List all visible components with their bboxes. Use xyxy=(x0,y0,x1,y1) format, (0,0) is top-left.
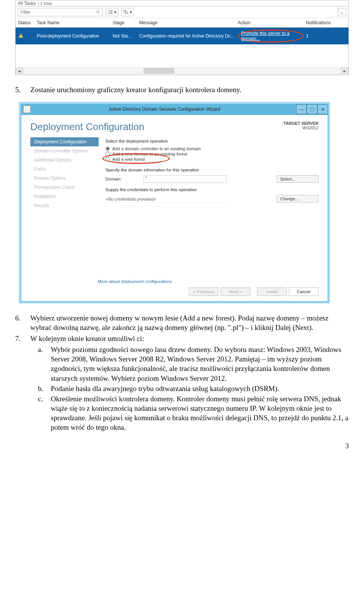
nav-step-additional: Additional Options xyxy=(30,155,99,165)
nav-step-results: Results xyxy=(30,201,99,210)
panel-title: All Tasks xyxy=(18,1,36,6)
table-row[interactable]: Post-deployment Configuration Not Sta...… xyxy=(16,28,348,44)
svg-rect-3 xyxy=(110,10,113,11)
col-message[interactable]: Message xyxy=(139,19,238,26)
list-item-7c: c. Określenie możliwości kontrolera dome… xyxy=(38,394,349,432)
list-text: Określenie możliwości kontrolera domeny.… xyxy=(51,394,349,432)
annotation-oval: Promote this server to a domain... xyxy=(238,30,304,42)
cell-action[interactable]: Promote this server to a domain... xyxy=(238,29,306,43)
nav-step-install: Installation xyxy=(30,192,99,201)
table-header: Status Task Name Stage Message Action No… xyxy=(16,18,348,28)
wizard-window: Active Directory Domain Services Configu… xyxy=(19,102,330,303)
list-text: Podanie hasła dla awaryjnego trybu odtwa… xyxy=(51,384,279,393)
col-task-name[interactable]: Task Name xyxy=(37,19,113,26)
filter-box[interactable] xyxy=(18,8,103,16)
page-number: 3 xyxy=(15,442,349,450)
radio-add-controller[interactable]: Add a domain controller to an existing d… xyxy=(105,146,318,151)
target-server-label: TARGET SERVER WS2012 xyxy=(284,121,319,130)
panel-toolbar: ▾ ▾ ⌄ xyxy=(16,6,348,18)
radio-add-domain[interactable]: Add a new domain to an existing forest xyxy=(105,152,318,156)
svg-point-6 xyxy=(108,13,109,14)
previous-button[interactable]: < Previous xyxy=(189,287,218,296)
list-item-5: 5. Zostanie uruchomiony graficzny kreato… xyxy=(15,85,349,94)
cell-notifications: 1 xyxy=(306,33,346,39)
scroll-track[interactable] xyxy=(23,68,341,75)
next-button[interactable]: Next > xyxy=(221,287,250,296)
list-number: 6. xyxy=(15,313,30,332)
tag-view-button[interactable]: ▾ xyxy=(121,8,134,16)
list-number: c. xyxy=(38,394,51,432)
select-operation-label: Select the deployment operation xyxy=(105,139,318,143)
list-item-7: 7. W kolejnym oknie kreator umożliwi ci: xyxy=(15,334,349,343)
svg-point-2 xyxy=(108,10,109,11)
wizard-content: Select the deployment operation Add a do… xyxy=(99,137,318,274)
search-icon[interactable] xyxy=(94,10,102,14)
chevron-down-icon: ▾ xyxy=(130,9,132,15)
list-number: b. xyxy=(38,384,51,393)
list-item-7a: a. Wybór poziomu zgodności nowego lasu d… xyxy=(38,345,349,383)
radio-icon xyxy=(105,157,110,162)
list-number: a. xyxy=(38,345,51,383)
list-icon xyxy=(108,10,113,14)
select-button[interactable]: Select... xyxy=(277,175,318,183)
nav-step-dc-options: Domain Controller Options xyxy=(30,146,99,155)
maximize-button[interactable]: ▢ xyxy=(307,104,317,114)
scroll-right-button[interactable]: ► xyxy=(341,68,348,75)
wizard-heading: Deployment Configuration xyxy=(30,121,284,133)
maximize-icon: ▢ xyxy=(310,107,314,112)
nav-step-deployment[interactable]: Deployment Configuration xyxy=(30,137,99,146)
wizard-header: Deployment Configuration TARGET SERVER W… xyxy=(21,115,328,137)
tags-icon xyxy=(123,10,129,14)
scroll-thumb[interactable] xyxy=(144,68,174,74)
filter-input[interactable] xyxy=(18,9,94,15)
chevron-down-icon: ▾ xyxy=(114,9,116,15)
credentials-field[interactable]: <No credentials provided> xyxy=(105,197,227,203)
col-notifications[interactable]: Notifications xyxy=(306,19,346,26)
radio-icon xyxy=(105,152,110,156)
specify-domain-label: Specify the domain information for this … xyxy=(105,168,318,172)
panel-title-bar: All Tasks | 1 total xyxy=(16,0,348,6)
nav-step-review: Review Options xyxy=(30,174,99,183)
list-view-button[interactable]: ▾ xyxy=(106,8,118,16)
wizard-nav: Deployment Configuration Domain Controll… xyxy=(30,137,99,274)
collapse-button[interactable]: ⌄ xyxy=(338,8,346,16)
svg-rect-7 xyxy=(110,13,113,14)
svg-line-1 xyxy=(99,13,100,14)
minimize-button[interactable]: — xyxy=(296,104,307,114)
list-text: W kolejnym oknie kreator umożliwi ci: xyxy=(30,334,144,343)
wizard-title-bar[interactable]: Active Directory Domain Services Configu… xyxy=(21,104,328,115)
cancel-button[interactable]: Cancel xyxy=(289,287,318,296)
close-button[interactable]: ✕ xyxy=(317,104,328,114)
radio-add-forest[interactable]: Add a new forest xyxy=(105,157,318,162)
change-button[interactable]: Change... xyxy=(277,195,318,203)
col-action[interactable]: Action xyxy=(238,19,306,26)
wizard-footer: < Previous Next > Install Cancel xyxy=(21,284,328,301)
col-stage[interactable]: Stage xyxy=(113,19,139,26)
list-number: 5. xyxy=(15,85,30,94)
domain-input[interactable]: * xyxy=(143,175,227,183)
nav-step-prereq: Prerequisites Check xyxy=(30,183,99,192)
table-body-empty xyxy=(16,44,348,67)
list-text: Wybór poziomu zgodności nowego lasu drze… xyxy=(51,345,349,383)
svg-rect-5 xyxy=(110,12,113,12)
col-status[interactable]: Status xyxy=(18,19,37,26)
domain-label: Domain: xyxy=(105,177,143,181)
cell-stage: Not Sta... xyxy=(113,33,139,39)
svg-rect-9 xyxy=(126,12,128,14)
list-item-7b: b. Podanie hasła dla awaryjnego trybu od… xyxy=(38,384,349,393)
horizontal-scrollbar[interactable]: ◄ ► xyxy=(16,67,348,75)
app-icon xyxy=(23,105,31,113)
scroll-left-button[interactable]: ◄ xyxy=(16,68,23,75)
close-icon: ✕ xyxy=(321,107,325,112)
all-tasks-panel: All Tasks | 1 total ▾ ▾ ⌄ Status Task Na… xyxy=(15,0,349,75)
task-count: | 1 total xyxy=(38,1,52,6)
more-link[interactable]: More about deployment configurations xyxy=(21,274,328,284)
list-text: Wybierz utworzenie nowej domeny w nowym … xyxy=(30,313,349,332)
warning-icon xyxy=(19,33,23,38)
minimize-icon: — xyxy=(299,107,304,112)
install-button[interactable]: Install xyxy=(257,287,287,296)
radio-icon xyxy=(105,146,110,151)
wizard-title: Active Directory Domain Services Configu… xyxy=(33,107,296,112)
list-text: Zostanie uruchomiony graficzny kreator k… xyxy=(30,85,241,94)
cell-task-name: Post-deployment Configuration xyxy=(37,33,113,39)
